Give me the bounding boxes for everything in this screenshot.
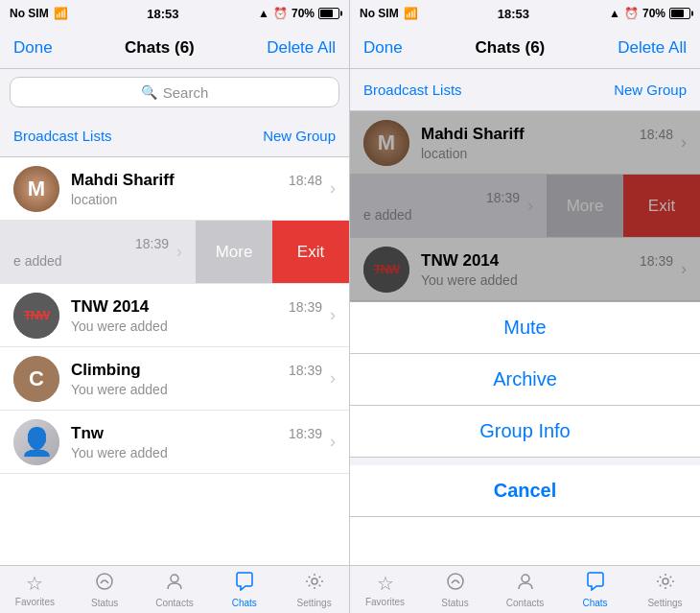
svg-point-4 <box>522 575 529 582</box>
contacts-label-right: Contacts <box>506 598 544 608</box>
contacts-icon-left <box>164 572 185 596</box>
tab-status-right[interactable]: Status <box>420 572 490 608</box>
chat-item-tnw2-left[interactable]: 👤 Tnw 18:39 You were added › <box>0 411 349 474</box>
chats-icon-right <box>585 572 606 596</box>
svg-point-1 <box>171 575 178 582</box>
nav-bar-left: Done Chats (6) Delete All <box>0 27 349 69</box>
chat-content-climbing-left: Climbing 18:39 You were added <box>71 361 322 397</box>
battery-pct-right: 70% <box>642 7 665 20</box>
partial-chat-content-left: 18:39 e added <box>13 236 169 269</box>
svg-point-3 <box>448 574 463 589</box>
chat-name-tnw-left: TNW 2014 <box>71 297 149 317</box>
chat-item-climbing-left[interactable]: C Climbing 18:39 You were added › <box>0 347 349 411</box>
alarm-icon-right: ⏰ <box>624 7 639 20</box>
context-mute-button[interactable]: Mute <box>350 302 700 354</box>
wifi-icon-left: 📶 <box>54 7 68 20</box>
chevron-partial-left: › <box>176 242 182 262</box>
swipe-exit-button-left[interactable]: Exit <box>272 221 349 283</box>
status-bar-left: No SIM 📶 18:53 ▲ ⏰ 70% <box>0 0 349 27</box>
broadcast-row-right: Broadcast Lists New Group <box>350 69 700 111</box>
chat-name-mahdi-left: Mahdi Shariff <box>71 171 175 190</box>
nav-bar-right: Done Chats (6) Delete All <box>350 27 700 69</box>
tab-bar-left: ☆ Favorites Status Contacts Chats Sett <box>0 565 349 613</box>
chats-label-right: Chats <box>582 598 607 608</box>
new-group-left[interactable]: New Group <box>263 128 336 144</box>
settings-label-left: Settings <box>297 598 332 608</box>
context-cancel-button[interactable]: Cancel <box>350 465 700 517</box>
chat-name-tnw2-left: Tnw <box>71 424 104 443</box>
search-icon-left: 🔍 <box>141 84 157 100</box>
swipe-more-button-left[interactable]: More <box>196 221 272 283</box>
status-label-right: Status <box>441 598 468 608</box>
done-button-right[interactable]: Done <box>363 38 403 58</box>
context-menu-container: Mute Archive Group Info Cancel <box>350 302 700 517</box>
left-panel: No SIM 📶 18:53 ▲ ⏰ 70% Done Chats (6) De… <box>0 0 350 613</box>
chat-item-mahdi-left[interactable]: M Mahdi Shariff 18:48 location › <box>0 157 349 221</box>
nav-title-right: Chats (6) <box>476 38 546 58</box>
chat-list-left: M Mahdi Shariff 18:48 location › 18:39 <box>0 157 349 565</box>
chat-preview-mahdi-left: location <box>71 192 322 207</box>
favorites-icon-right: ☆ <box>377 572 394 595</box>
tab-favorites-left[interactable]: ☆ Favorites <box>0 572 70 607</box>
tab-chats-right[interactable]: Chats <box>560 572 630 608</box>
chat-list-right: M Mahdi Shariff 18:48 location › 18:39 <box>350 111 700 565</box>
broadcast-lists-right[interactable]: Broadcast Lists <box>363 82 462 98</box>
chat-item-tnw-left[interactable]: TNW TNW 2014 18:39 You were added › <box>0 284 349 347</box>
tab-bar-right: ☆ Favorites Status Contacts Chats Sett <box>350 565 700 613</box>
favorites-icon-left: ☆ <box>26 572 43 595</box>
tab-status-left[interactable]: Status <box>70 572 140 608</box>
svg-point-5 <box>663 578 668 584</box>
chats-label-left: Chats <box>232 598 257 608</box>
status-icon-right <box>445 572 466 596</box>
favorites-label-left: Favorites <box>15 597 55 607</box>
context-archive-button[interactable]: Archive <box>350 354 700 406</box>
settings-label-right: Settings <box>647 598 682 608</box>
chevron-tnw-left: › <box>330 305 336 325</box>
avatar-tnw-left: TNW <box>13 293 59 339</box>
right-panel: No SIM 📶 18:53 ▲ ⏰ 70% Done Chats (6) De… <box>350 0 700 613</box>
avatar-climbing-left: C <box>13 356 59 402</box>
done-button-left[interactable]: Done <box>13 38 53 58</box>
chat-time-tnw2-left: 18:39 <box>289 426 322 441</box>
chats-icon-left <box>234 572 255 596</box>
delete-all-button-left[interactable]: Delete All <box>267 38 336 58</box>
chat-item-swiped-left[interactable]: 18:39 e added › More Exit <box>0 221 349 284</box>
chat-time-climbing-left: 18:39 <box>289 363 322 378</box>
battery-icon-right <box>669 8 690 19</box>
search-bar-container-left: 🔍 Search <box>0 69 349 115</box>
chat-preview-tnw2-left: You were added <box>71 445 322 460</box>
delete-all-button-right[interactable]: Delete All <box>618 38 687 58</box>
settings-icon-right <box>655 572 676 596</box>
chat-time-tnw-left: 18:39 <box>289 299 322 315</box>
tab-settings-left[interactable]: Settings <box>279 572 349 608</box>
svg-point-2 <box>312 578 317 584</box>
new-group-right[interactable]: New Group <box>614 82 687 98</box>
wifi-icon-right: 📶 <box>404 7 418 20</box>
chat-time-mahdi-left: 18:48 <box>289 173 322 188</box>
carrier-right: No SIM <box>360 7 399 20</box>
partial-content-left: 18:39 e added › <box>0 221 196 283</box>
chat-content-tnw-left: TNW 2014 18:39 You were added <box>71 297 322 334</box>
broadcast-row-left: Broadcast Lists New Group <box>0 115 349 157</box>
avatar-mahdi-left: M <box>13 166 59 212</box>
partial-chat-preview-left: e added <box>13 253 169 269</box>
chevron-mahdi-left: › <box>330 178 336 199</box>
tab-contacts-left[interactable]: Contacts <box>140 572 210 608</box>
tab-settings-right[interactable]: Settings <box>630 572 700 608</box>
location-icon-left: ▲ <box>258 7 269 20</box>
settings-icon-left <box>304 572 325 596</box>
battery-icon-left <box>318 8 339 19</box>
context-group-info-button[interactable]: Group Info <box>350 406 700 458</box>
tab-contacts-right[interactable]: Contacts <box>490 572 560 608</box>
chat-content-tnw2-left: Tnw 18:39 You were added <box>71 424 322 460</box>
tab-chats-left[interactable]: Chats <box>209 572 279 608</box>
status-label-left: Status <box>91 598 118 608</box>
battery-pct-left: 70% <box>292 7 315 20</box>
tab-favorites-right[interactable]: ☆ Favorites <box>350 572 420 607</box>
tnw-logo-left: TNW <box>24 308 50 322</box>
avatar-tnw2-left: 👤 <box>13 419 59 465</box>
broadcast-lists-left[interactable]: Broadcast Lists <box>13 128 112 144</box>
chevron-tnw2-left: › <box>330 432 336 452</box>
search-placeholder-left: Search <box>163 84 209 101</box>
search-bar-left[interactable]: 🔍 Search <box>10 77 339 107</box>
